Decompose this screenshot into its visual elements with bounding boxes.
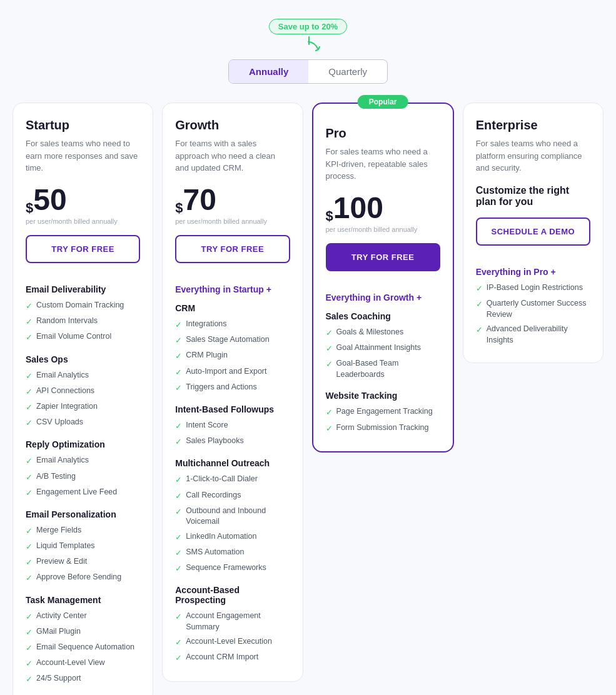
list-item: ✓Email Analytics bbox=[26, 368, 140, 384]
list-item: ✓Sales Stage Automation bbox=[175, 332, 290, 348]
check-icon: ✓ bbox=[26, 371, 33, 382]
check-icon: ✓ bbox=[175, 506, 182, 518]
list-item: ✓Goals & Milestones bbox=[326, 325, 440, 341]
list-item: ✓Account Engagement Summary bbox=[175, 609, 290, 634]
list-item: ✓Call Recordings bbox=[175, 488, 290, 504]
growth-crm-heading: CRM bbox=[175, 303, 290, 313]
list-item: ✓Triggers and Actions bbox=[175, 380, 290, 396]
check-icon: ✓ bbox=[26, 674, 33, 685]
pro-sales-coaching-heading: Sales Coaching bbox=[326, 311, 440, 321]
list-item: ✓SMS Automation bbox=[175, 545, 290, 561]
startup-task-management-heading: Task Management bbox=[26, 595, 140, 605]
check-icon: ✓ bbox=[326, 343, 333, 354]
check-icon: ✓ bbox=[175, 367, 182, 378]
check-icon: ✓ bbox=[26, 402, 33, 413]
list-item: ✓Liquid Templates bbox=[26, 539, 140, 554]
check-icon: ✓ bbox=[175, 652, 182, 664]
growth-price-period: per user/month billed annually bbox=[175, 218, 290, 225]
enterprise-plan-name: Enterprise bbox=[476, 118, 590, 132]
check-icon: ✓ bbox=[175, 382, 182, 394]
billing-toggle[interactable]: Annually Quarterly bbox=[228, 59, 388, 84]
list-item: ✓Account-Level View bbox=[26, 656, 140, 671]
check-icon: ✓ bbox=[476, 299, 483, 310]
startup-reply-opt-heading: Reply Optimization bbox=[26, 439, 140, 449]
list-item: ✓Intent Score bbox=[175, 418, 290, 434]
startup-cta-button[interactable]: TRY FOR FREE bbox=[26, 235, 140, 263]
check-icon: ✓ bbox=[175, 532, 182, 543]
pro-plan-desc: For sales teams who need a KPI-driven, r… bbox=[326, 146, 440, 183]
quarterly-tab[interactable]: Quarterly bbox=[308, 60, 387, 83]
list-item: ✓Account CRM Import bbox=[175, 650, 290, 666]
growth-cta-button[interactable]: TRY FOR FREE bbox=[175, 235, 290, 263]
growth-intent-heading: Intent-Based Followups bbox=[175, 404, 290, 414]
list-item: ✓Email Sequence Automation bbox=[26, 640, 140, 656]
check-icon: ✓ bbox=[326, 359, 333, 370]
check-icon: ✓ bbox=[175, 421, 182, 432]
list-item: ✓Preview & Edit bbox=[26, 554, 140, 570]
check-icon: ✓ bbox=[175, 548, 182, 559]
list-item: ✓Integrations bbox=[175, 317, 290, 332]
list-item: ✓Email Analytics bbox=[26, 453, 140, 469]
enterprise-cta-button[interactable]: SCHEDULE A DEMO bbox=[476, 218, 590, 246]
save-badge: Save up to 20% bbox=[269, 19, 347, 34]
startup-email-deliverability-list: ✓Custom Domain Tracking ✓Random Interval… bbox=[26, 298, 140, 346]
pro-website-tracking-heading: Website Tracking bbox=[326, 391, 440, 401]
check-icon: ✓ bbox=[175, 351, 182, 362]
check-icon: ✓ bbox=[26, 332, 33, 343]
check-icon: ✓ bbox=[175, 319, 182, 331]
pro-price-period: per user/month billed annually bbox=[326, 226, 440, 233]
startup-task-management-list: ✓Activity Center ✓GMail Plugin ✓Email Se… bbox=[26, 609, 140, 688]
list-item: ✓IP-Based Login Restrictions bbox=[476, 281, 590, 296]
enterprise-customize-label: Customize the right plan for you bbox=[476, 185, 590, 208]
growth-multichannel-heading: Multichannel Outreach bbox=[175, 458, 290, 468]
startup-plan-name: Startup bbox=[26, 118, 140, 132]
pro-cta-button[interactable]: TRY FOR FREE bbox=[326, 243, 440, 271]
check-icon: ✓ bbox=[26, 472, 33, 483]
list-item: ✓1-Click-to-Call Dialer bbox=[175, 472, 290, 488]
list-item: ✓LinkedIn Automation bbox=[175, 529, 290, 545]
check-icon: ✓ bbox=[326, 328, 333, 339]
check-icon: ✓ bbox=[26, 642, 33, 654]
growth-plan: Growth For teams with a sales approach w… bbox=[162, 102, 303, 682]
growth-abp-list: ✓Account Engagement Summary ✓Account-Lev… bbox=[175, 609, 290, 666]
list-item: ✓Custom Domain Tracking bbox=[26, 298, 140, 314]
startup-price: $ 50 bbox=[26, 185, 140, 215]
pro-plan: Popular Pro For sales teams who need a K… bbox=[312, 102, 454, 452]
startup-plan-desc: For sales teams who need to earn more re… bbox=[26, 138, 140, 175]
list-item: ✓Engagement Live Feed bbox=[26, 485, 140, 501]
enterprise-plan-desc: For sales teams who need a platform ensu… bbox=[476, 138, 590, 175]
popular-badge: Popular bbox=[358, 95, 408, 109]
growth-abp-heading: Account-Based Prospecting bbox=[175, 585, 290, 605]
check-icon: ✓ bbox=[26, 488, 33, 499]
check-icon: ✓ bbox=[175, 637, 182, 648]
growth-price: $ 70 bbox=[175, 185, 290, 215]
growth-intent-list: ✓Intent Score ✓Sales Playbooks bbox=[175, 418, 290, 449]
growth-crm-list: ✓Integrations ✓Sales Stage Automation ✓C… bbox=[175, 317, 290, 396]
check-icon: ✓ bbox=[175, 491, 182, 502]
list-item: ✓Email Volume Control bbox=[26, 329, 140, 345]
startup-reply-opt-list: ✓Email Analytics ✓A/B Testing ✓Engagemen… bbox=[26, 453, 140, 501]
growth-multichannel-list: ✓1-Click-to-Call Dialer ✓Call Recordings… bbox=[175, 472, 290, 576]
list-item: ✓Zapier Integration bbox=[26, 399, 140, 415]
billing-toggle-section: Save up to 20% Annually Quarterly bbox=[13, 12, 603, 84]
growth-intro-heading: Everything in Startup + bbox=[175, 284, 290, 294]
pro-price: $ 100 bbox=[326, 193, 440, 223]
list-item: ✓Quarterly Customer Success Review bbox=[476, 296, 590, 322]
check-icon: ✓ bbox=[26, 557, 33, 568]
check-icon: ✓ bbox=[26, 627, 33, 638]
list-item: ✓Random Intervals bbox=[26, 314, 140, 329]
list-item: ✓Account-Level Execution bbox=[175, 634, 290, 650]
annually-tab[interactable]: Annually bbox=[229, 60, 308, 83]
list-item: ✓Form Submission Tracking bbox=[326, 421, 440, 436]
list-item: ✓Activity Center bbox=[26, 609, 140, 624]
check-icon: ✓ bbox=[26, 301, 33, 312]
startup-plan: Startup For sales teams who need to earn… bbox=[13, 102, 153, 695]
check-icon: ✓ bbox=[476, 324, 483, 336]
list-item: ✓24/5 Support bbox=[26, 671, 140, 687]
pro-plan-name: Pro bbox=[326, 126, 440, 141]
check-icon: ✓ bbox=[26, 418, 33, 429]
startup-price-period: per user/month billed annually bbox=[26, 218, 140, 225]
pro-intro-heading: Everything in Growth + bbox=[326, 292, 440, 302]
check-icon: ✓ bbox=[26, 572, 33, 584]
list-item: ✓CRM Plugin bbox=[175, 348, 290, 364]
